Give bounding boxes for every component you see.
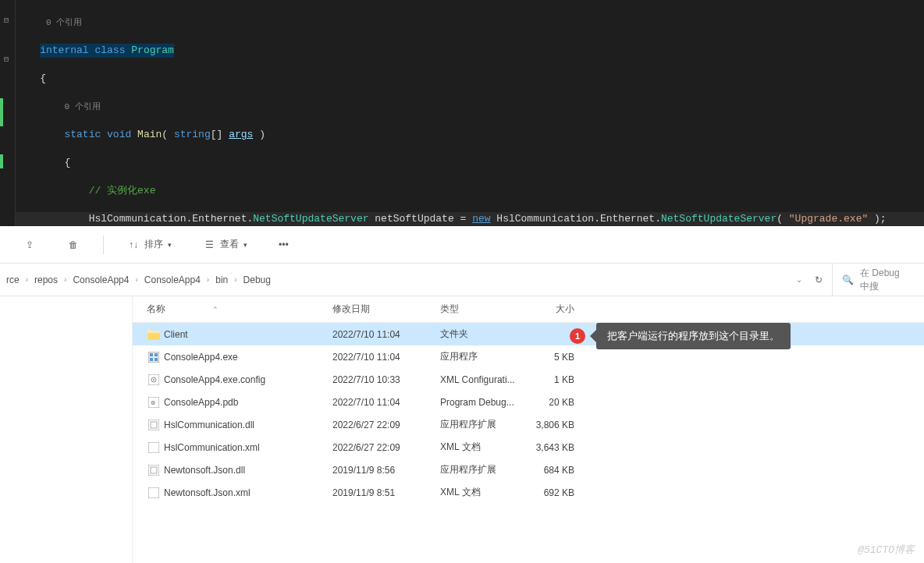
svg-rect-3 (150, 358, 153, 361)
file-date: 2022/6/27 22:09 (332, 420, 440, 430)
fold-icon[interactable]: ⊟ (4, 16, 9, 25)
file-name: HslCommunication.dll (164, 420, 332, 430)
file-name: HslCommunication.xml (164, 442, 332, 453)
crumb-repos[interactable]: repos (34, 274, 58, 285)
file-date: 2022/7/10 11:04 (332, 352, 440, 363)
crumb-app4b[interactable]: ConsoleApp4 (144, 274, 201, 285)
chevron-down-icon[interactable]: ⌄ (796, 275, 802, 284)
change-marker (0, 98, 3, 126)
xml-icon (147, 441, 161, 454)
file-date: 2019/11/9 8:56 (332, 465, 440, 476)
file-date: 2022/6/27 22:09 (332, 442, 440, 453)
config-icon (147, 374, 161, 386)
file-type: XML Configurati... (440, 374, 528, 385)
col-size-header[interactable]: 大小 (528, 303, 574, 316)
file-date: 2022/7/10 11:04 (332, 397, 440, 408)
crumb-rce[interactable]: rce (6, 274, 20, 285)
file-size: 20 KB (528, 397, 574, 408)
svg-rect-10 (148, 420, 159, 430)
crumb-app4a[interactable]: ConsoleApp4 (73, 274, 129, 285)
fold-icon[interactable]: ⊟ (4, 55, 9, 64)
svg-rect-13 (148, 465, 159, 476)
view-button[interactable]: ☰查看 ▾ (195, 233, 255, 256)
code-content[interactable]: 0 个引用 internal class Program { 0 个引用 sta… (16, 0, 924, 226)
file-type: 文件夹 (440, 328, 528, 341)
col-name-header[interactable]: 名称⌃ (147, 303, 332, 316)
trash-icon: 🗑 (67, 239, 80, 251)
callout-text: 把客户端运行的程序放到这个目录里。 (596, 323, 791, 349)
file-size: 692 KB (528, 487, 574, 498)
list-icon: ☰ (203, 239, 215, 251)
col-date-header[interactable]: 修改日期 (332, 303, 440, 316)
col-type-header[interactable]: 类型 (440, 303, 528, 316)
file-name: ConsoleApp4.exe (164, 352, 332, 363)
file-size: 1 KB (528, 374, 574, 385)
svg-rect-2 (155, 353, 158, 356)
chevron-right-icon: › (26, 275, 28, 284)
svg-rect-15 (148, 487, 159, 498)
address-bar: rce› repos› ConsoleApp4› ConsoleApp4› bi… (0, 264, 924, 296)
file-row[interactable]: ConsoleApp4.exe 2022/7/10 11:04 应用程序 5 K… (133, 345, 924, 368)
search-input[interactable]: 🔍 在 Debug 中搜 (832, 264, 918, 296)
editor-gutter: ⊟ ⊟ (0, 0, 16, 226)
chevron-right-icon: › (64, 275, 66, 284)
file-type: 应用程序扩展 (440, 418, 528, 431)
more-icon: ••• (279, 239, 289, 250)
file-type: XML 文档 (440, 441, 528, 454)
chevron-right-icon: › (234, 275, 236, 284)
file-size: 3,643 KB (528, 442, 574, 453)
file-type: Program Debug... (440, 397, 528, 408)
more-button[interactable]: ••• (271, 235, 297, 255)
file-size: 684 KB (528, 465, 574, 476)
svg-text:⚙: ⚙ (151, 400, 155, 405)
delete-button[interactable]: 🗑 (59, 234, 87, 256)
code-editor[interactable]: ⊟ ⊟ 0 个引用 internal class Program { 0 个引用… (0, 0, 924, 226)
codelens-refs[interactable]: 0 个引用 (64, 102, 100, 112)
file-name: ConsoleApp4.exe.config (164, 374, 332, 385)
annotation-callout: 1 把客户端运行的程序放到这个目录里。 (570, 323, 791, 349)
sort-asc-icon: ⌃ (212, 306, 219, 313)
share-icon: ⇪ (23, 239, 36, 251)
chevron-down-icon: ▾ (243, 241, 247, 249)
svg-rect-4 (155, 358, 158, 361)
file-date: 2019/11/9 8:51 (332, 487, 440, 498)
svg-point-7 (153, 379, 155, 381)
crumb-debug[interactable]: Debug (243, 274, 271, 285)
file-name: Newtonsoft.Json.xml (164, 487, 332, 498)
share-button[interactable]: ⇪ (16, 234, 44, 256)
exe-icon (147, 351, 161, 363)
chevron-down-icon: ▾ (168, 241, 172, 249)
file-row[interactable]: HslCommunication.xml 2022/6/27 22:09 XML… (133, 436, 924, 459)
file-row[interactable]: ⚙ ConsoleApp4.pdb 2022/7/10 11:04 Progra… (133, 391, 924, 413)
codelens-refs[interactable]: 0 个引用 (46, 18, 82, 27)
sort-icon: ↑↓ (127, 239, 140, 251)
nav-pane[interactable] (0, 296, 133, 563)
callout-arrow-icon (590, 330, 596, 342)
file-row[interactable]: HslCommunication.dll 2022/6/27 22:09 应用程… (133, 413, 924, 436)
file-size: 3,806 KB (528, 420, 574, 430)
file-row[interactable]: Newtonsoft.Json.dll 2019/11/9 8:56 应用程序扩… (133, 459, 924, 481)
crumb-bin[interactable]: bin (215, 274, 228, 285)
refresh-button[interactable]: ↻ (815, 274, 823, 285)
watermark: @51CTO博客 (858, 543, 915, 557)
chevron-right-icon: › (207, 275, 209, 284)
change-marker (0, 154, 3, 168)
file-date: 2022/7/10 10:33 (332, 374, 440, 385)
sort-button[interactable]: ↑↓排序 ▾ (119, 233, 179, 256)
file-row[interactable]: Client 2022/7/10 11:04 文件夹 (133, 323, 924, 345)
file-name: Newtonsoft.Json.dll (164, 465, 332, 476)
file-type: XML 文档 (440, 486, 528, 499)
separator (103, 235, 104, 254)
file-name: Client (164, 329, 332, 340)
breadcrumb: rce› repos› ConsoleApp4› ConsoleApp4› bi… (6, 274, 793, 285)
explorer-toolbar: ⇪ 🗑 ↑↓排序 ▾ ☰查看 ▾ ••• (0, 226, 924, 264)
folder-icon (147, 328, 161, 341)
dll-icon (147, 419, 161, 431)
file-type: 应用程序 (440, 350, 528, 363)
file-list: 名称⌃ 修改日期 类型 大小 Client 2022/7/10 11:04 文件… (0, 296, 924, 563)
file-type: 应用程序扩展 (440, 463, 528, 476)
svg-rect-12 (148, 442, 159, 453)
file-row[interactable]: ConsoleApp4.exe.config 2022/7/10 10:33 X… (133, 368, 924, 391)
file-row[interactable]: Newtonsoft.Json.xml 2019/11/9 8:51 XML 文… (133, 481, 924, 504)
xml-icon (147, 487, 161, 499)
